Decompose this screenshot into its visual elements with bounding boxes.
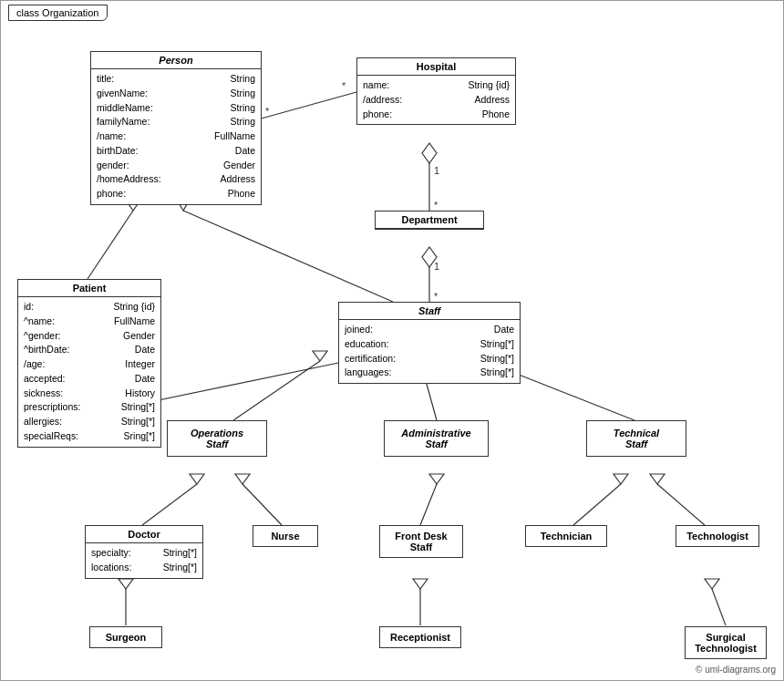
svg-line-27	[573, 484, 621, 525]
hospital-title: Hospital	[357, 58, 515, 76]
person-title: Person	[91, 52, 261, 69]
operations-staff-title: OperationsStaff	[171, 425, 263, 452]
svg-marker-28	[614, 474, 628, 484]
patient-title: Patient	[18, 280, 160, 297]
svg-line-29	[657, 484, 705, 525]
diagram-container: class Organization * * 1 * 1 *	[0, 0, 784, 681]
department-class: Department	[375, 211, 484, 230]
svg-text:*: *	[342, 80, 346, 91]
svg-line-11	[88, 211, 133, 279]
svg-marker-24	[235, 474, 250, 484]
svg-line-21	[142, 484, 197, 525]
copyright: © uml-diagrams.org	[696, 665, 776, 675]
svg-text:*: *	[265, 106, 270, 117]
technologist-class: Technologist	[676, 525, 759, 547]
svg-marker-36	[705, 579, 719, 589]
svg-marker-34	[413, 579, 428, 589]
doctor-class: Doctor specialty:String[*] locations:Str…	[85, 525, 203, 579]
svg-text:1: 1	[434, 165, 439, 176]
hospital-attrs: name:String {id} /address:Address phone:…	[357, 76, 515, 124]
surgeon-class: Surgeon	[89, 626, 162, 648]
patient-attrs: id:String {id} ^name:FullName ^gender:Ge…	[18, 297, 160, 447]
svg-marker-16	[313, 351, 327, 361]
department-title: Department	[376, 212, 483, 229]
svg-marker-8	[422, 247, 437, 267]
technical-staff-title: TechnicalStaff	[591, 425, 682, 452]
svg-text:*: *	[434, 200, 438, 211]
svg-line-23	[242, 484, 282, 525]
staff-class: Staff joined:Date education:String[*] ce…	[338, 302, 521, 384]
technical-staff-class: TechnicalStaff	[586, 420, 686, 457]
administrative-staff-class: AdministrativeStaff	[384, 420, 489, 457]
svg-marker-32	[119, 579, 133, 589]
svg-text:*: *	[434, 291, 438, 302]
svg-marker-4	[422, 143, 437, 163]
nurse-class: Nurse	[253, 525, 318, 547]
svg-line-15	[233, 361, 320, 420]
svg-marker-30	[650, 474, 665, 484]
svg-marker-22	[190, 474, 204, 484]
svg-line-25	[420, 484, 437, 525]
front-desk-staff-class: Front DeskStaff	[379, 525, 463, 558]
technician-class: Technician	[525, 525, 607, 547]
svg-line-0	[258, 92, 356, 119]
surgical-technologist-class: SurgicalTechnologist	[685, 626, 767, 659]
hospital-class: Hospital name:String {id} /address:Addre…	[356, 57, 516, 125]
doctor-attrs: specialty:String[*] locations:String[*]	[86, 543, 202, 578]
svg-line-35	[712, 589, 726, 625]
svg-text:1: 1	[434, 261, 439, 272]
svg-line-13	[183, 211, 393, 302]
staff-attrs: joined:Date education:String[*] certific…	[339, 320, 520, 383]
patient-class: Patient id:String {id} ^name:FullName ^g…	[17, 279, 161, 448]
administrative-staff-title: AdministrativeStaff	[388, 425, 484, 452]
diagram-title: class Organization	[8, 5, 108, 21]
doctor-title: Doctor	[86, 526, 202, 543]
person-class: Person title:String givenName:String mid…	[90, 51, 262, 205]
svg-marker-26	[429, 474, 444, 484]
person-attrs: title:String givenName:String middleName…	[91, 69, 261, 204]
receptionist-class: Receptionist	[379, 626, 461, 648]
operations-staff-class: OperationsStaff	[167, 420, 267, 457]
staff-title: Staff	[339, 303, 520, 320]
